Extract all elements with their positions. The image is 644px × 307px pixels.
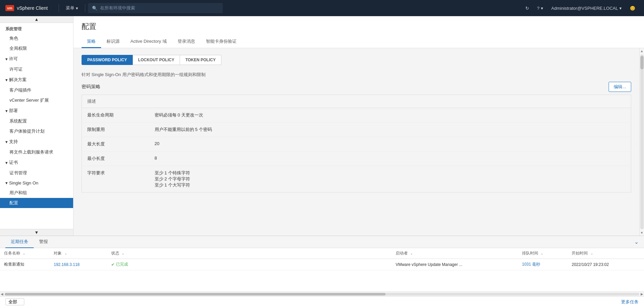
tab-login-message[interactable]: 登录消息 <box>172 36 201 48</box>
more-tasks-link[interactable]: 更多任务 <box>621 299 639 305</box>
h-scroll-right-icon[interactable]: ▶ <box>640 292 644 297</box>
section-title: 密码策略 <box>82 84 100 90</box>
scope-select-input[interactable]: 全部 <box>5 298 24 305</box>
edit-button[interactable]: 编辑... <box>609 82 631 92</box>
menu-chevron-icon: ▾ <box>76 6 78 11</box>
section-header: 密码策略 编辑... <box>82 82 631 92</box>
search-placeholder: 在所有环境中搜索 <box>100 5 135 11</box>
sidebar-item-roles[interactable]: 角色 <box>0 33 73 43</box>
col-start-time[interactable]: 开始时间 ⌄ <box>568 248 644 259</box>
sidebar-item-system-config[interactable]: 系统配置 <box>0 116 73 126</box>
policy-row-value-3: 8 <box>149 151 631 166</box>
page-tabs: 策略 标识源 Active Directory 域 登录消息 智能卡身份验证 <box>82 36 636 48</box>
user-menu-button[interactable]: Administrator@VSPHERE.LOCAL ▾ <box>548 4 625 13</box>
policy-row-value-2: 20 <box>149 137 631 151</box>
h-scroll-left-icon[interactable]: ◀ <box>0 292 4 297</box>
help-button[interactable]: ? ▾ <box>534 4 547 13</box>
task-initiator-0: VMware vSphere Update Manager ... <box>392 259 518 270</box>
tab-identity-source[interactable]: 标识源 <box>101 36 125 48</box>
policy-tab-token[interactable]: TOKEN POLICY <box>180 55 221 65</box>
sidebar-section-system: 系统管理 <box>0 23 73 33</box>
sidebar-item-client-plugins[interactable]: 客户端插件 <box>0 85 73 95</box>
help-icon: ? <box>537 6 540 11</box>
col-task-name[interactable]: 任务名称 ⌄ <box>0 248 50 259</box>
col-queue-time[interactable]: 排队时间 ⌄ <box>518 248 568 259</box>
page-title: 配置 <box>82 22 636 32</box>
user-avatar-button[interactable]: 😊 <box>626 4 639 13</box>
task-queue-time-0[interactable]: 1031 毫秒 <box>518 259 568 270</box>
h-scroll-track[interactable] <box>5 293 639 296</box>
sidebar-item-vcenter-extensions[interactable]: vCenter Server 扩展 <box>0 95 73 105</box>
vm-logo-badge: vm <box>5 5 14 11</box>
sidebar-group-support[interactable]: ▾ 支持 <box>0 136 73 147</box>
sidebar-item-experience[interactable]: 客户体验提升计划 <box>0 126 73 136</box>
sidebar-item-upload[interactable]: 将文件上载到服务请求 <box>0 147 73 157</box>
sidebar-group-cert[interactable]: ▾ 证书 <box>0 157 73 168</box>
sidebar-group-sso[interactable]: ▾ Single Sign On <box>0 178 73 188</box>
user-chevron-icon: ▾ <box>619 6 622 11</box>
license-chevron-icon: ▾ <box>5 57 8 62</box>
policy-tab-password[interactable]: PASSWORD POLICY <box>82 55 133 65</box>
sidebar-group-license[interactable]: ▾ 许可 <box>0 54 73 64</box>
scroll-down-arrow[interactable]: ▼ <box>639 230 644 236</box>
collapse-button[interactable]: ⌄ <box>634 239 639 245</box>
sidebar-scroll-down[interactable]: ▼ <box>0 229 73 236</box>
sidebar-item-global-permissions[interactable]: 全局权限 <box>0 43 73 54</box>
scroll-up-icon: ▲ <box>34 17 39 22</box>
policy-row-label-0: 最长生命周期 <box>82 108 149 123</box>
sidebar-item-cert-mgmt[interactable]: 证书管理 <box>0 168 73 178</box>
sidebar-group-license-label: 许可 <box>9 56 18 62</box>
bottom-bar: 全部 更多任务 <box>0 296 644 307</box>
policy-tab-lockout[interactable]: LOCKOUT POLICY <box>133 55 180 65</box>
tab-active-directory[interactable]: Active Directory 域 <box>125 36 172 48</box>
h-scroll-thumb[interactable] <box>5 293 386 296</box>
refresh-icon: ↻ <box>525 6 529 11</box>
scroll-thumb[interactable] <box>640 56 644 69</box>
horizontal-scrollbar[interactable]: ◀ ▶ <box>0 292 644 296</box>
col-object[interactable]: 对象 ⌄ <box>50 248 107 259</box>
table-header-description: 描述 <box>82 95 149 108</box>
vertical-scrollbar[interactable]: ▲ ▼ <box>639 48 644 236</box>
topbar: vm vSphere Client 菜单 ▾ 🔍 在所有环境中搜索 ↻ ? ▾ … <box>0 0 644 16</box>
task-name-0: 检查新通知 <box>0 259 50 270</box>
sidebar-item-license[interactable]: 许可证 <box>0 64 73 74</box>
scope-selector: 全部 <box>5 298 24 305</box>
bottom-tab-recent-tasks[interactable]: 近期任务 <box>5 236 34 248</box>
tab-policy[interactable]: 策略 <box>82 36 101 48</box>
check-icon-0: ✔ <box>111 262 115 267</box>
task-object-0[interactable]: 192.168.3.118 <box>50 259 107 270</box>
sort-queue-time-icon: ⌄ <box>541 251 543 255</box>
search-icon: 🔍 <box>92 6 97 11</box>
policy-tabs: PASSWORD POLICY LOCKOUT POLICY TOKEN POL… <box>82 55 631 65</box>
policy-table-row: 字符要求至少 1 个特殊字符 至少 2 个字母字符 至少 1 个大写字符 <box>82 166 631 193</box>
sidebar-item-users-groups[interactable]: 用户和组 <box>0 188 73 198</box>
sort-initiator-icon: ⌄ <box>410 251 413 255</box>
user-name: Administrator@VSPHERE.LOCAL <box>551 6 618 11</box>
sidebar-group-solution[interactable]: ▾ 解决方案 <box>0 74 73 85</box>
deployment-chevron-icon: ▾ <box>5 108 8 113</box>
refresh-button[interactable]: ↻ <box>522 4 532 13</box>
bottom-tab-alerts[interactable]: 警报 <box>34 236 53 248</box>
col-status[interactable]: 状态 ⌄ <box>107 248 392 259</box>
sidebar: ▲ 系统管理 角色 全局权限 ▾ 许可 许可证 ▾ 解决方案 客户端插件 vCe… <box>0 16 73 236</box>
scroll-up-arrow[interactable]: ▲ <box>639 48 644 54</box>
task-table-container: 任务名称 ⌄ 对象 ⌄ 状态 ⌄ 启动者 ⌄ 排队时间 ⌄ 开始时间 ⌄ 检查新… <box>0 248 644 292</box>
col-initiator[interactable]: 启动者 ⌄ <box>392 248 518 259</box>
sidebar-group-sso-label: Single Sign On <box>9 180 38 185</box>
task-object-link-0[interactable]: 192.168.3.118 <box>54 262 80 267</box>
task-queue-link-0[interactable]: 1031 毫秒 <box>522 262 540 267</box>
menu-button[interactable]: 菜单 ▾ <box>62 3 82 13</box>
solution-chevron-icon: ▾ <box>5 77 8 82</box>
sort-status-icon: ⌄ <box>122 251 124 255</box>
policy-table-row: 限制重用用户不能重用以前的 5 个密码 <box>82 123 631 137</box>
sidebar-item-config[interactable]: 配置 <box>0 198 73 208</box>
scroll-down-icon: ▼ <box>34 230 39 235</box>
tab-smart-card[interactable]: 智能卡身份验证 <box>201 36 242 48</box>
content-with-scrollbar: PASSWORD POLICY LOCKOUT POLICY TOKEN POL… <box>73 48 644 236</box>
scroll-track[interactable] <box>640 55 644 229</box>
search-bar[interactable]: 🔍 在所有环境中搜索 <box>88 3 223 13</box>
sidebar-scroll-up[interactable]: ▲ <box>0 16 73 23</box>
sidebar-group-deployment[interactable]: ▾ 部署 <box>0 105 73 116</box>
content-body: PASSWORD POLICY LOCKOUT POLICY TOKEN POL… <box>73 48 639 236</box>
bottom-tabs: 近期任务 警报 ⌄ <box>0 236 644 248</box>
